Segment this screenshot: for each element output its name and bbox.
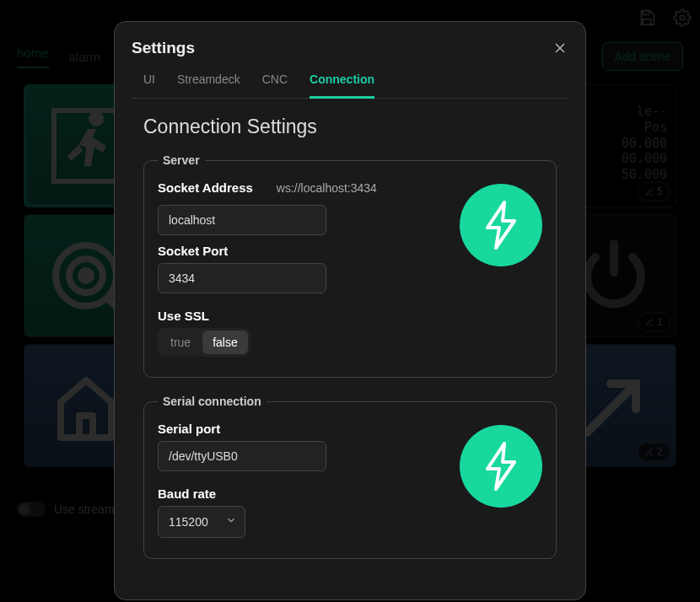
close-icon[interactable] — [552, 40, 568, 56]
baud-rate-label: Baud rate — [158, 486, 446, 501]
serial-status-indicator — [460, 425, 542, 508]
modal-title: Settings — [132, 39, 195, 57]
modal-overlay: Settings UI Streamdeck CNC Connection Co… — [0, 0, 700, 602]
lightning-icon — [482, 201, 520, 250]
port-input[interactable] — [158, 263, 326, 293]
ssl-toggle-group: true false — [158, 328, 250, 357]
ssl-false-option[interactable]: false — [202, 331, 248, 354]
server-legend: Server — [158, 153, 205, 167]
serial-legend: Serial connection — [158, 395, 267, 408]
svg-marker-8 — [487, 202, 514, 248]
socket-port-label: Socket Port — [158, 244, 446, 258]
modal-tab-cnc[interactable]: CNC — [262, 73, 288, 98]
server-status-indicator — [460, 184, 542, 266]
use-ssl-label: Use SSL — [158, 309, 446, 323]
socket-address-label: Socket Address — [158, 180, 253, 195]
settings-modal: Settings UI Streamdeck CNC Connection Co… — [114, 21, 586, 600]
svg-marker-9 — [487, 443, 514, 489]
ssl-true-option[interactable]: true — [160, 331, 201, 354]
baud-rate-select[interactable]: 115200 — [158, 506, 245, 538]
modal-tab-streamdeck[interactable]: Streamdeck — [177, 73, 240, 98]
modal-tab-ui[interactable]: UI — [143, 73, 155, 98]
modal-tab-connection[interactable]: Connection — [310, 73, 374, 99]
socket-address-value: ws://localhost:3434 — [277, 181, 377, 195]
lightning-icon — [482, 442, 520, 491]
section-title: Connection Settings — [143, 116, 568, 138]
host-input[interactable] — [158, 205, 326, 235]
server-panel: Server Socket Address ws://localhost:343… — [143, 153, 557, 378]
serial-port-label: Serial port — [158, 422, 446, 436]
serial-port-input[interactable] — [158, 441, 326, 471]
serial-panel: Serial connection Serial port Baud rate … — [143, 395, 557, 559]
